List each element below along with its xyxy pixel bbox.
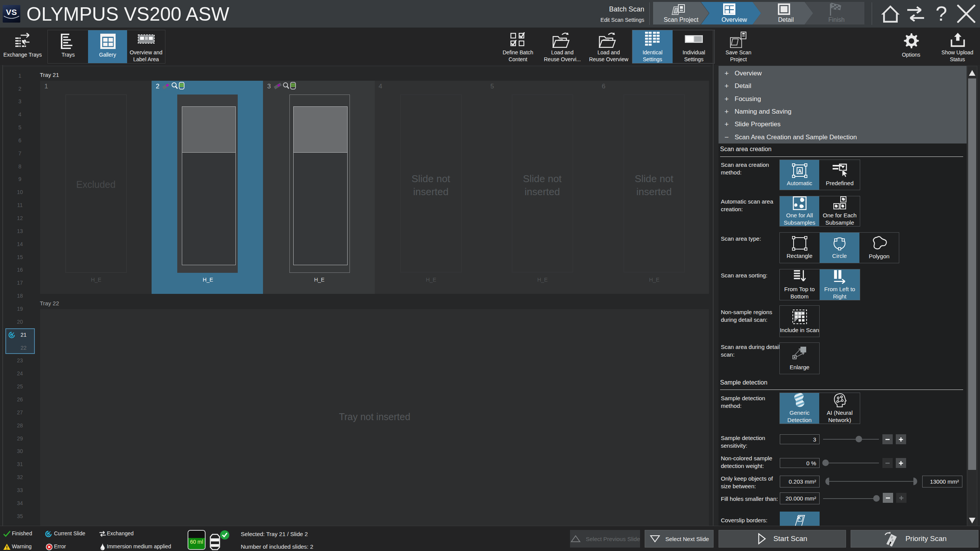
svg-text:A: A	[797, 168, 801, 174]
